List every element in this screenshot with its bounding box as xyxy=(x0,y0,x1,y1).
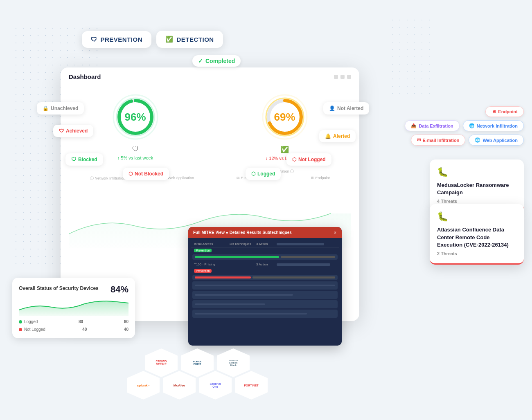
prevention-pill-sm: Prevention xyxy=(194,249,212,252)
mitre-gray-bar4 xyxy=(252,276,335,279)
medusa-title: MedusaLocker Ransomware Campaign xyxy=(437,182,516,196)
tag-network[interactable]: 🌐 Network Infiltration xyxy=(463,120,524,131)
not-blocked-badge: ⬡ Not Blocked xyxy=(123,168,169,180)
alerted-badge: 🔔 Alerted xyxy=(319,130,356,142)
detection-label: DETECTION xyxy=(177,36,214,43)
prevention-gauge: 96% 🛡 ↑ 5% vs last week xyxy=(111,92,160,161)
mitre-close[interactable]: ✕ xyxy=(334,231,337,235)
prevention-gauge-value: 96% xyxy=(124,111,146,124)
not-logged-num-right: 40 xyxy=(124,327,128,332)
mitre-gray-bar1 xyxy=(277,243,324,245)
network-tag-label: Network Infiltration xyxy=(477,124,518,128)
logged-num-right: 80 xyxy=(124,319,128,324)
prevention-icon: 🛡 xyxy=(91,36,97,43)
blocked-icon: 🛡 xyxy=(71,157,76,162)
tag-endpoint[interactable]: 🖥 Endpoint xyxy=(485,106,524,117)
detection-gauge-circle: 69% xyxy=(260,92,309,141)
line-chart-svg xyxy=(19,296,128,316)
mitre-col2: 1/9 Techniques xyxy=(229,242,254,246)
atlassian-count: 2 Threats xyxy=(437,251,516,256)
legend-row: Logged 80 80 xyxy=(19,319,128,324)
detection-gauge-value: 69% xyxy=(274,111,295,124)
prevention-pill-red: Prevention xyxy=(194,269,212,273)
tag-exfil[interactable]: 📤 Data Exfiltration xyxy=(405,120,459,131)
mitre-header: Full MITRE View ● Detailed Results Subte… xyxy=(188,227,342,238)
mitre-green-bar xyxy=(195,256,279,258)
email-tag-label: E-mail Infiltration xyxy=(423,138,460,143)
vendor-mcafee: McAfee xyxy=(163,371,196,400)
mitre-prevention-row2: Prevention xyxy=(191,268,339,274)
blocked-badge: 🛡 Blocked xyxy=(65,153,103,166)
logged-val: 80 xyxy=(79,319,83,324)
not-logged-badge: ⬡ Not Logged xyxy=(286,153,331,166)
status-card-title: Overall Status of Security Devices xyxy=(19,285,99,291)
achieved-icon: 🛡 xyxy=(59,128,64,134)
mini-line-chart xyxy=(19,296,128,316)
tag-email[interactable]: ✉ E-mail Infiltration xyxy=(411,135,466,146)
detection-pill[interactable]: ✅ DETECTION xyxy=(156,31,223,48)
detection-icon: ✅ xyxy=(165,36,174,43)
not-logged-val: 40 xyxy=(82,327,87,332)
prevention-gauge-icon: 🛡 xyxy=(132,146,139,153)
atlassian-icon: 🐛 xyxy=(437,211,516,222)
tag-pills: 🖥 Endpoint 📤 Data Exfiltration 🌐 Network… xyxy=(405,106,524,146)
not-logged-dot xyxy=(19,328,22,331)
mitre-placeholder-bar4 xyxy=(195,313,307,314)
unachieved-icon: 🔒 xyxy=(43,106,49,111)
completed-label: Completed xyxy=(205,58,235,64)
vendor-splunk: splunk> xyxy=(127,371,160,400)
legend-row2: Not Logged 40 40 xyxy=(19,327,128,332)
medusa-count: 4 Threats xyxy=(437,199,516,204)
mitre-body: Initial Access 1/9 Techniques 3 Action P… xyxy=(188,238,342,321)
prevention-trend: ↑ 5% vs last week xyxy=(117,155,153,160)
net-infiltration-label: ⓘ Network Infiltration xyxy=(90,176,125,181)
mitre-bar-row2 xyxy=(192,275,338,280)
logged-dot xyxy=(19,320,22,323)
mitre-placeholder-bar3 xyxy=(195,303,265,305)
unachieved-badge: 🔒 Unachieved xyxy=(37,102,84,115)
mitre-row2: T106 - Phising 3 Action xyxy=(191,261,339,268)
mitre-col3: 3 Action xyxy=(256,242,274,246)
check-icon: ✓ xyxy=(198,58,203,64)
prevention-pill[interactable]: 🛡 PREVENTION xyxy=(82,31,151,48)
tag-webapp[interactable]: 🌐 Web Application xyxy=(469,135,524,146)
completed-badge: ✓ Completed xyxy=(192,55,241,67)
top-pills-container: 🛡 PREVENTION ✅ DETECTION xyxy=(82,31,223,48)
status-card: Overall Status of Security Devices 84% L… xyxy=(12,278,135,338)
logged-label: Logged xyxy=(24,319,38,324)
email-tag-icon: ✉ xyxy=(417,137,421,143)
dot2 xyxy=(340,75,345,79)
endpoint-tag-icon: 🖥 xyxy=(491,109,496,114)
mitre-row2-action: 3 Action xyxy=(256,263,274,266)
logged-icon: ⬡ xyxy=(251,171,255,177)
mitre-header-text: Full MITRE View ● Detailed Results Subte… xyxy=(193,230,292,235)
not-blocked-icon: ⬡ xyxy=(128,171,133,177)
threat-cards-area: 🐛 MedusaLocker Ransomware Campaign 4 Thr… xyxy=(430,159,524,265)
logged-badge: ⬡ Logged xyxy=(246,168,281,180)
prevention-label: PREVENTION xyxy=(101,36,143,43)
mitre-section-header: Initial Access 1/9 Techniques 3 Action xyxy=(191,240,339,248)
legend-logged: Logged xyxy=(19,319,38,324)
tag-row-1: 🖥 Endpoint xyxy=(405,106,524,117)
medusa-icon: 🐛 xyxy=(437,167,516,177)
tag-row-2: 📤 Data Exfiltration 🌐 Network Infiltrati… xyxy=(405,120,524,131)
dot-grid-right xyxy=(389,16,430,98)
network-labels: ⓘ Network Infiltration Web Application ✉… xyxy=(61,174,359,183)
mitre-row2-name: T106 - Phising xyxy=(194,263,227,266)
dashboard-title: Dashboard xyxy=(69,73,101,80)
vendor-sentinelone: Sentinel One xyxy=(199,371,232,400)
vendor-fortinet: FORTINET xyxy=(235,371,268,400)
mitre-placeholder-row4 xyxy=(192,310,338,318)
not-alerted-icon: 👤 xyxy=(329,106,335,111)
dot3 xyxy=(347,75,351,79)
dot1 xyxy=(334,75,338,79)
detection-gauge: 69% ✅ ↓ 12% vs last week xyxy=(260,92,309,161)
mitre-placeholder-row1 xyxy=(192,281,338,290)
threat-card-atlassian: 🐛 Atlassian Confluence Data Center Remot… xyxy=(430,204,524,265)
detection-gauge-icon: ✅ xyxy=(281,146,289,153)
mitre-table: Full MITRE View ● Detailed Results Subte… xyxy=(188,227,342,346)
legend-not-logged-num: 40 xyxy=(82,327,87,332)
exfil-tag-icon: 📤 xyxy=(411,123,417,128)
prevention-gauge-circle: 96% xyxy=(111,92,160,141)
mitre-gray-bar3 xyxy=(277,263,330,266)
